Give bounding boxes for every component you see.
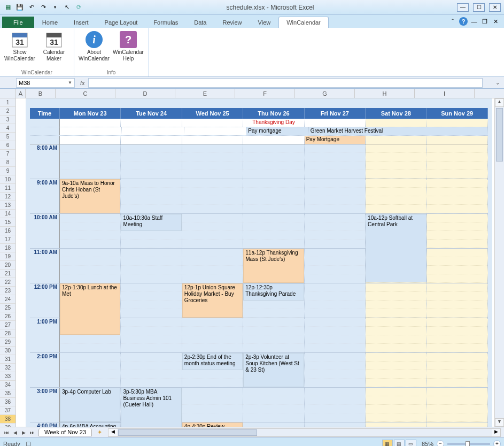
row-header[interactable]: 26 <box>0 312 16 321</box>
scroll-left-icon[interactable]: ◀ <box>108 429 117 436</box>
column-header[interactable]: C <box>56 89 115 98</box>
time-slot[interactable] <box>243 144 304 179</box>
allday-event[interactable]: Green Market Harvest Festival <box>309 127 488 135</box>
row-header[interactable]: 36 <box>0 398 16 406</box>
time-slot[interactable] <box>427 283 488 318</box>
time-slot[interactable] <box>121 283 182 318</box>
time-slot[interactable]: 12p-1p Union Square Holiday Market - Buy… <box>182 283 243 318</box>
calendar-event[interactable]: 12p-12:30p Thanksgiving Parade <box>243 283 304 301</box>
row-header[interactable]: 3 <box>0 116 16 124</box>
formula-expand-icon[interactable]: ⌄ <box>493 80 502 86</box>
time-slot[interactable] <box>427 214 488 248</box>
time-slot[interactable] <box>427 249 488 283</box>
zoom-out-button[interactable]: − <box>437 440 444 447</box>
allday-cell[interactable] <box>427 119 488 127</box>
row-header[interactable]: 23 <box>0 287 16 295</box>
column-header[interactable]: H <box>355 89 415 98</box>
allday-cell[interactable] <box>243 136 304 144</box>
calendar-event[interactable]: 11a-12p Thanksgiving Mass (St Jude's) <box>243 249 304 283</box>
formula-input[interactable] <box>88 78 483 88</box>
calendar-event[interactable]: 9a-10a Mass to Honor Chris Hoban (St Jud… <box>60 179 120 213</box>
row-header[interactable]: 18 <box>0 244 16 252</box>
worksheet-grid[interactable]: 1234567891011121314151617181920212223242… <box>0 98 504 427</box>
row-header[interactable]: 14 <box>0 210 16 218</box>
sheet-tab[interactable]: Week of Nov 23 <box>38 428 92 436</box>
time-slot[interactable]: 3p-4p Computer Lab <box>60 388 121 422</box>
last-sheet-icon[interactable]: ⏭ <box>28 428 36 437</box>
first-sheet-icon[interactable]: ⏮ <box>2 428 11 437</box>
zoom-in-button[interactable]: + <box>493 440 501 447</box>
row-header[interactable]: 35 <box>0 389 16 398</box>
scroll-right-icon[interactable]: ▶ <box>492 429 500 436</box>
time-slot[interactable] <box>243 318 304 352</box>
scroll-thumb[interactable] <box>496 108 503 162</box>
time-slot[interactable] <box>305 353 366 387</box>
row-header[interactable]: 24 <box>0 295 16 304</box>
time-slot[interactable] <box>366 283 427 318</box>
row-header[interactable]: 12 <box>0 193 16 201</box>
row-header[interactable]: 17 <box>0 235 16 244</box>
time-slot[interactable] <box>60 214 121 248</box>
time-slot[interactable] <box>243 422 304 427</box>
row-header[interactable]: 8 <box>0 158 16 167</box>
time-slot[interactable] <box>366 422 427 427</box>
time-slot[interactable] <box>305 283 366 318</box>
row-header[interactable]: 34 <box>0 381 16 389</box>
time-slot[interactable] <box>182 318 243 352</box>
row-header[interactable]: 20 <box>0 261 16 270</box>
allday-cell[interactable] <box>305 119 366 127</box>
tab-page-layout[interactable]: Page Layout <box>97 17 146 28</box>
row-header[interactable]: 37 <box>0 406 16 415</box>
time-slot[interactable] <box>366 318 427 352</box>
allday-cell[interactable] <box>121 136 182 144</box>
column-header[interactable]: F <box>235 89 295 98</box>
row-header[interactable]: 28 <box>0 329 16 338</box>
time-slot[interactable] <box>121 318 182 352</box>
row-header[interactable]: 30 <box>0 347 16 355</box>
row-header[interactable]: 4 <box>0 124 16 133</box>
time-slot[interactable]: 9a-10a Mass to Honor Chris Hoban (St Jud… <box>60 179 121 213</box>
maximize-button[interactable]: ☐ <box>473 3 485 12</box>
macro-record-icon[interactable]: ▢ <box>26 440 31 446</box>
allday-cell[interactable] <box>366 119 427 127</box>
time-slot[interactable] <box>121 179 182 213</box>
workbook-minimize-icon[interactable]: — <box>470 17 478 26</box>
calendar-event[interactable]: 3p-4p Computer Lab <box>60 388 120 422</box>
row-header[interactable]: 9 <box>0 167 16 175</box>
row-header[interactable]: 2 <box>0 107 16 116</box>
row-header[interactable]: 22 <box>0 278 16 287</box>
row-header[interactable]: 13 <box>0 201 16 210</box>
tab-file[interactable]: File <box>2 17 34 28</box>
time-slot[interactable] <box>243 214 304 248</box>
time-slot[interactable] <box>366 179 427 213</box>
time-slot[interactable] <box>427 388 488 422</box>
horizontal-scrollbar[interactable]: ◀ ▶ <box>108 428 501 437</box>
time-slot[interactable] <box>427 144 488 179</box>
row-header[interactable]: 21 <box>0 270 16 278</box>
time-slot[interactable]: 3p-5:30p MBA Business Admin 101 (Cueter … <box>121 388 182 422</box>
calendar-maker-button[interactable]: 31 Calendar Maker <box>38 30 69 68</box>
time-slot[interactable] <box>182 249 243 283</box>
allday-cell[interactable] <box>122 127 184 135</box>
prev-sheet-icon[interactable]: ◀ <box>11 428 19 437</box>
workbook-restore-icon[interactable]: ❐ <box>480 17 489 26</box>
time-slot[interactable] <box>305 214 366 248</box>
column-header[interactable]: D <box>115 89 175 98</box>
row-header[interactable]: 16 <box>0 227 16 235</box>
calendar-event[interactable]: 12p-1p Union Square Holiday Market - Buy… <box>182 283 243 318</box>
time-slot[interactable] <box>60 144 121 179</box>
page-break-view-button[interactable]: ▭ <box>406 440 416 447</box>
calendar-event[interactable]: 12p-1:30p Lunch at the Met <box>60 283 120 335</box>
scroll-down-icon[interactable]: ▼ <box>495 418 504 427</box>
time-slot[interactable]: 12p-1:30p Lunch at the Met <box>60 283 121 318</box>
scroll-up-icon[interactable]: ▲ <box>495 98 504 107</box>
show-wincalendar-button[interactable]: 31 Show WinCalendar <box>4 30 35 68</box>
scroll-thumb[interactable] <box>118 429 257 436</box>
tab-home[interactable]: Home <box>34 17 66 28</box>
row-header[interactable]: 31 <box>0 355 16 364</box>
refresh-icon[interactable]: ⟳ <box>74 3 83 12</box>
column-header[interactable]: I <box>415 89 475 98</box>
time-slot[interactable] <box>121 144 182 179</box>
row-header[interactable]: 25 <box>0 304 16 312</box>
time-slot[interactable]: 4p-6p MBA Accounting 101 (Room 14B) <box>60 422 121 427</box>
